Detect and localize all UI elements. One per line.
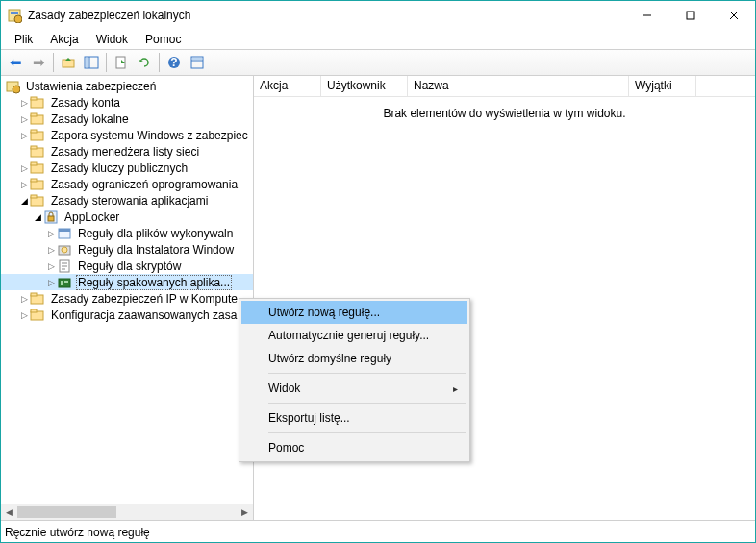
help-icon: ? [166,55,182,70]
close-button[interactable] [712,2,755,30]
column-name[interactable]: Nazwa [408,76,629,96]
ctx-separator [268,403,466,404]
export-button[interactable] [111,52,132,73]
expand-caret-icon[interactable]: ▷ [45,261,57,271]
maximize-button[interactable] [668,2,712,30]
ctx-auto-generate[interactable]: Automatycznie generuj reguły... [241,324,467,347]
minimize-button[interactable] [625,2,668,30]
tree-label: Konfiguracja zaawansowanych zasa [49,308,239,323]
tree-label: AppLocker [63,210,121,225]
refresh-button[interactable] [134,52,155,73]
tree-item-applocker[interactable]: ◢AppLocker [1,209,253,225]
tree-item-selected[interactable]: ▷Reguły spakowanych aplika... [1,274,253,290]
folder-icon [30,95,45,111]
exe-rules-icon [57,226,72,241]
expand-caret-icon[interactable]: ▷ [18,310,30,320]
tree-item-expanded[interactable]: ◢Zasady sterowania aplikacjami [1,192,253,209]
tree-label: Zasady ograniczeń oprogramowania [49,177,239,192]
column-user[interactable]: Użytkownik [321,76,408,96]
folder-icon [30,111,45,127]
titlebar: Zasady zabezpieczeń lokalnych [1,1,755,30]
menu-view[interactable]: Widok [88,31,136,48]
tree-item[interactable]: Zasady menedżera listy sieci [1,143,253,160]
tree-root[interactable]: Ustawienia zabezpieczeń [1,78,253,94]
folder-icon [30,144,45,160]
folder-icon [30,177,45,192]
expand-caret-icon[interactable]: ▷ [18,294,30,304]
svg-text:?: ? [170,56,177,69]
toolbar-separator [106,53,107,72]
tree-label: Zasady kluczy publicznych [49,160,189,176]
ctx-separator [268,432,466,433]
svg-rect-22 [31,113,37,116]
tree-label: Reguły dla plików wykonywaln [76,226,235,241]
ctx-default-rules[interactable]: Utwórz domyślne reguły [241,347,467,370]
forward-button[interactable]: ➡ [28,52,49,73]
tree-item[interactable]: ▷Reguły dla Instalatora Window [1,241,253,258]
properties-button[interactable] [187,52,208,73]
tree-label: Zasady menedżera listy sieci [49,144,201,160]
column-action[interactable]: Akcja [254,76,321,96]
ctx-export-list[interactable]: Eksportuj listę... [241,407,467,430]
app-window: Zasady zabezpieczeń lokalnych Plik Akcja… [0,0,756,543]
collapse-caret-icon[interactable]: ◢ [18,196,30,206]
svg-point-38 [62,247,67,253]
ctx-help[interactable]: Pomoc [241,436,467,459]
help-button[interactable]: ? [164,52,185,73]
scroll-thumb[interactable] [17,506,116,518]
expand-caret-icon[interactable]: ▷ [45,229,57,238]
scroll-right-button[interactable]: ▶ [237,504,253,520]
tree-item[interactable]: ▷Reguły dla skryptów [1,258,253,274]
ctx-new-rule[interactable]: Utwórz nową regułę... [241,301,467,324]
status-text: Ręcznie utwórz nową regułę [5,526,150,539]
svg-point-18 [13,86,20,93]
tree-item[interactable]: ▷Zasady kluczy publicznych [1,160,253,176]
scroll-track[interactable] [17,504,237,520]
svg-rect-43 [59,279,70,287]
show-hide-tree-button[interactable] [81,52,102,73]
svg-rect-1 [11,12,18,14]
toolbar: ⬅ ➡ ? [1,49,755,76]
horizontal-scrollbar[interactable]: ◀ ▶ [1,504,253,520]
column-exceptions[interactable]: Wyjątki [629,76,696,96]
svg-rect-26 [31,146,37,149]
up-button[interactable] [58,52,79,73]
tree-label: Ustawienia zabezpieczeń [24,79,158,94]
folder-icon [30,291,45,307]
svg-rect-47 [31,293,37,296]
menu-action[interactable]: Akcja [42,31,86,48]
menu-file[interactable]: Plik [7,31,40,48]
ctx-view[interactable]: Widok [241,377,467,400]
tree-label: Reguły spakowanych aplika... [76,275,232,290]
back-button[interactable]: ⬅ [5,52,26,73]
panes-icon [84,55,99,70]
script-rules-icon [57,259,72,274]
tree-label: Zasady lokalne [49,111,131,127]
menu-help[interactable]: Pomoc [138,31,189,48]
tree-item[interactable]: ▷Zapora systemu Windows z zabezpiec [1,127,253,143]
tree-item[interactable]: ▷Konfiguracja zaawansowanych zasa [1,307,253,323]
tree-item[interactable]: ▷Zasady konta [1,94,253,111]
expand-caret-icon[interactable]: ▷ [18,114,30,124]
expand-caret-icon[interactable]: ▷ [45,278,57,287]
expand-caret-icon[interactable]: ▷ [45,245,57,255]
tree-item[interactable]: ▷Zasady ograniczeń oprogramowania [1,176,253,192]
collapse-caret-icon[interactable]: ◢ [32,212,43,222]
expand-caret-icon[interactable]: ▷ [18,180,30,189]
folder-icon [30,128,45,143]
svg-rect-34 [48,216,54,221]
expand-caret-icon[interactable]: ▷ [18,163,30,173]
svg-rect-44 [61,281,63,285]
tree-label: Reguły dla skryptów [76,259,183,274]
tree-item[interactable]: ▷Reguły dla plików wykonywaln [1,225,253,241]
tree[interactable]: Ustawienia zabezpieczeń ▷Zasady konta ▷Z… [1,76,253,504]
security-settings-icon [5,79,20,94]
empty-message: Brak elementów do wyświetlenia w tym wid… [254,107,755,120]
toolbar-separator [159,53,160,72]
expand-caret-icon[interactable]: ▷ [18,98,30,108]
folder-icon [30,160,45,176]
scroll-left-button[interactable]: ◀ [1,504,17,520]
tree-item[interactable]: ▷Zasady lokalne [1,111,253,127]
expand-caret-icon[interactable]: ▷ [18,131,30,140]
tree-item[interactable]: ▷Zasady zabezpieczeń IP w Kompute [1,290,253,307]
